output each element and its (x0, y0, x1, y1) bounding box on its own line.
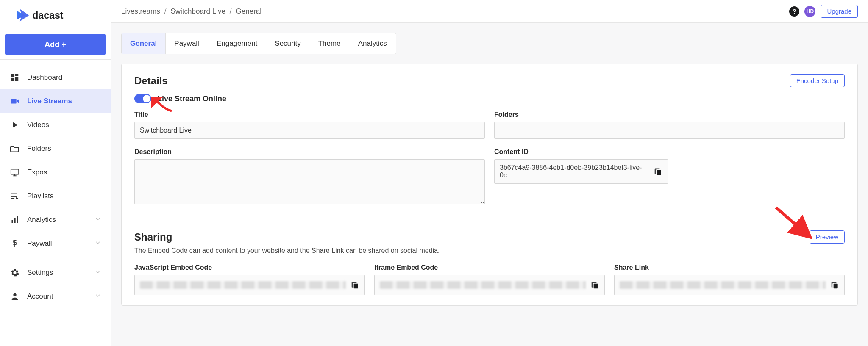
add-button[interactable]: Add + (5, 34, 106, 55)
breadcrumb-separator: / (164, 7, 167, 16)
js-embed-box (134, 275, 365, 295)
breadcrumb-switchboard[interactable]: Switchboard Live (170, 7, 225, 16)
tab-paywall[interactable]: Paywall (166, 33, 208, 54)
redacted-content (620, 281, 826, 289)
topbar: Livestreams / Switchboard Live / General… (111, 0, 868, 23)
play-icon (9, 121, 20, 129)
sidebar-item-label: Settings (27, 268, 53, 277)
svg-text:dacast: dacast (32, 10, 64, 21)
title-input[interactable] (134, 122, 485, 139)
sharing-description: The Embed Code can add content to your w… (134, 247, 845, 255)
sidebar-item-videos[interactable]: Videos (0, 113, 111, 137)
svg-rect-5 (11, 169, 19, 174)
sidebar-item-label: Expos (27, 168, 47, 177)
chevron-down-icon (95, 239, 101, 248)
tabs: General Paywall Engagement Security Them… (121, 33, 396, 54)
sharing-title: Sharing (134, 231, 172, 243)
toggle-knob (143, 95, 150, 102)
tab-engagement[interactable]: Engagement (208, 33, 266, 54)
sidebar-item-playlists[interactable]: Playlists (0, 184, 111, 208)
sidebar-item-label: Videos (27, 121, 49, 129)
svg-rect-8 (11, 198, 14, 199)
copy-icon[interactable] (351, 281, 359, 289)
svg-rect-9 (12, 220, 13, 223)
tab-analytics[interactable]: Analytics (350, 33, 396, 54)
redacted-content (380, 281, 586, 289)
sidebar-item-dashboard[interactable]: Dashboard (0, 66, 111, 89)
annotation-arrow-icon (774, 206, 812, 240)
chevron-down-icon (95, 268, 101, 277)
encoder-setup-button[interactable]: Encoder Setup (790, 74, 845, 87)
details-panel: Details Encoder Setup Live Stream Online… (121, 64, 858, 306)
nav-divider (0, 258, 111, 258)
svg-rect-3 (15, 77, 18, 81)
breadcrumb-current: General (236, 7, 262, 16)
svg-rect-10 (14, 218, 15, 223)
details-title: Details (134, 75, 168, 87)
sidebar-item-label: Playlists (27, 192, 53, 200)
dashboard-icon (9, 73, 20, 82)
title-label: Title (134, 111, 485, 119)
svg-rect-4 (11, 78, 14, 81)
js-embed-label: JavaScript Embed Code (134, 264, 365, 271)
content-id-box: 3b67c4a9-3886-4eb1-d0eb-39b23b14bef3-liv… (494, 159, 668, 184)
tab-general[interactable]: General (122, 33, 166, 54)
sidebar-item-settings[interactable]: Settings (0, 261, 111, 285)
content-id-label: Content ID (494, 148, 845, 156)
person-icon (9, 292, 20, 301)
share-link-box (614, 275, 845, 295)
sidebar-item-expos[interactable]: Expos (0, 161, 111, 184)
copy-icon[interactable] (831, 281, 839, 289)
chevron-down-icon (95, 216, 101, 224)
folder-icon (9, 144, 20, 153)
sidebar-item-label: Live Streams (27, 97, 72, 105)
svg-rect-15 (594, 284, 598, 289)
svg-rect-1 (11, 74, 14, 77)
upgrade-button[interactable]: Upgrade (821, 5, 858, 18)
live-stream-online-toggle[interactable] (134, 94, 151, 103)
content-id-value: 3b67c4a9-3886-4eb1-d0eb-39b23b14bef3-liv… (500, 164, 651, 179)
brand-logo[interactable]: dacast (0, 0, 111, 30)
svg-point-12 (13, 293, 16, 296)
folders-label: Folders (494, 111, 845, 119)
iframe-embed-box (374, 275, 605, 295)
svg-rect-16 (834, 284, 838, 289)
svg-rect-2 (15, 74, 18, 76)
dollar-icon (9, 239, 20, 248)
avatar[interactable]: HD (804, 6, 815, 17)
sidebar-item-label: Account (27, 292, 53, 301)
svg-rect-7 (11, 196, 17, 197)
help-icon[interactable]: ? (789, 6, 799, 17)
preview-button[interactable]: Preview (810, 230, 845, 244)
sidebar-item-analytics[interactable]: Analytics (0, 208, 111, 232)
toggle-label: Live Stream Online (157, 94, 226, 103)
copy-icon[interactable] (591, 281, 599, 289)
sidebar-item-paywall[interactable]: Paywall (0, 232, 111, 255)
playlist-icon (9, 191, 20, 201)
dacast-logo-icon: dacast (15, 7, 87, 24)
monitor-icon (9, 168, 20, 177)
share-link-label: Share Link (614, 264, 845, 271)
svg-rect-11 (17, 216, 18, 223)
bar-chart-icon (9, 216, 20, 224)
svg-rect-13 (657, 170, 661, 175)
breadcrumb: Livestreams / Switchboard Live / General (121, 7, 262, 16)
description-textarea[interactable] (134, 159, 485, 204)
redacted-content (140, 281, 346, 289)
gear-icon (9, 268, 20, 277)
sidebar-item-account[interactable]: Account (0, 285, 111, 308)
tab-security[interactable]: Security (266, 33, 309, 54)
sidebar: dacast Add + Dashboard Live Streams Vide… (0, 0, 111, 346)
video-camera-icon (9, 97, 20, 106)
section-divider (134, 220, 845, 220)
sidebar-item-folders[interactable]: Folders (0, 137, 111, 161)
copy-icon[interactable] (654, 167, 662, 176)
tab-theme[interactable]: Theme (310, 33, 350, 54)
sidebar-item-label: Folders (27, 144, 51, 153)
folders-input[interactable] (494, 122, 845, 139)
breadcrumb-livestreams[interactable]: Livestreams (121, 7, 160, 16)
svg-rect-6 (11, 194, 17, 194)
sidebar-item-live-streams[interactable]: Live Streams (0, 89, 111, 113)
chevron-down-icon (95, 292, 101, 301)
sidebar-item-label: Analytics (27, 216, 56, 224)
